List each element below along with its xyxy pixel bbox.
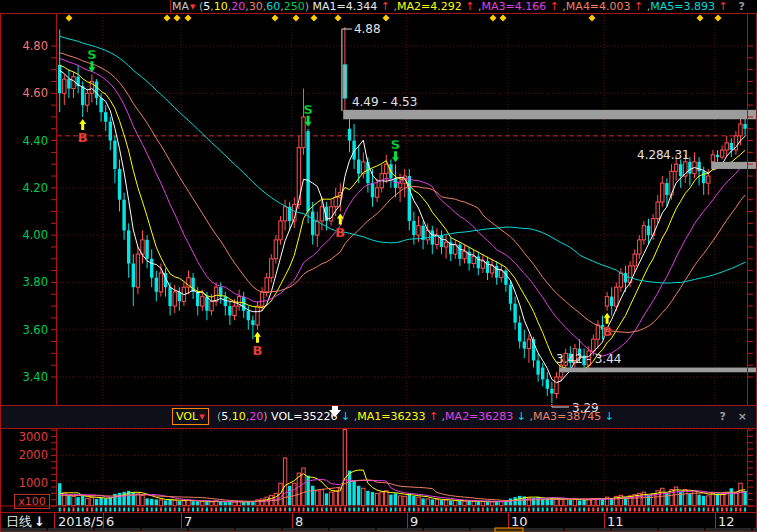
param-number: 20 [231,0,245,13]
month-label: 6 [106,513,114,531]
vol-value: VOL=35226 [271,410,337,423]
period-selector[interactable]: 日线↓ [6,513,45,531]
ma-indicator-label: MA [172,0,189,13]
price-axis-label: 3.60 [2,324,48,336]
ma-value: MA3=38745 [533,410,601,423]
ma-params: (5,10,20,30,60,250) [199,0,309,13]
price-axis-label: 4.40 [2,135,48,147]
price-axis-label: 3.40 [2,371,48,383]
vol-close-icon[interactable]: × [738,410,747,423]
ma-value: MA1=4.344 [313,0,378,13]
month-label: 12 [718,513,735,531]
trend-arrow-icon: ↑ [634,0,643,13]
trend-arrow-icon: ↑ [429,410,438,423]
month-label: 2018/5 [58,513,104,531]
period-arrow-icon: ↓ [34,514,45,529]
ma-value: MA2=36283 [445,410,513,423]
price-axis-label: 4.20 [2,182,48,194]
trend-arrow-icon: ↓ [605,410,614,423]
vol-params: (5,10,20) [217,410,268,423]
ma-value: MA5=3.893 [650,0,715,13]
ma-values: MA1=4.344 ↑ ,MA2=4.292 ↑ ,MA3=4.166 ↑ ,M… [313,0,728,13]
ma-value: MA3=4.166 [481,0,546,13]
month-label: 8 [295,513,303,531]
price-axis-label: 4.00 [2,229,48,241]
trend-arrow-icon: ↑ [381,0,390,13]
volume-axis-label: 1000 [8,477,48,489]
month-label: 9 [410,513,418,531]
dropdown-caret-icon: ▼ [199,413,204,421]
param-number: 10 [214,0,228,13]
trend-arrow-icon: ↓ [517,410,526,423]
main-indicator-bar: MA▼ (5,10,20,30,60,250) MA1=4.344 ↑ ,MA2… [0,0,757,13]
volume-indicator-bar: VOL▼ (5,10,20) VOL=35226 ↓ ,MA1=36233 ↑ … [0,406,757,428]
vol-indicator-dropdown[interactable]: VOL▼ [172,408,209,425]
ma-value: MA2=4.292 [397,0,462,13]
period-label: 日线 [6,514,32,529]
price-axis-label: 4.60 [2,87,48,99]
trend-arrow-icon: ↑ [550,0,559,13]
volume-axis-label: 2000 [8,449,48,461]
volume-axis-label: 3000 [8,431,48,443]
param-number: 10 [232,410,246,423]
timeline-bar: 日线↓ 2018/56789101112 [0,513,757,531]
month-label: 11 [607,513,624,531]
vol-indicator-label: VOL [176,410,198,423]
dropdown-caret-icon: ▼ [190,3,195,11]
ma-indicator-dropdown[interactable]: MA▼ [172,0,195,13]
volume-unit-box: x100 [14,494,50,509]
ma-value: MA1=36233 [357,410,425,423]
ma-value: MA4=4.003 [566,0,631,13]
param-number: 20 [249,410,263,423]
param-number: 30 [249,0,263,13]
trend-arrow-icon: ↑ [719,0,728,13]
price-axis-label: 4.80 [2,40,48,52]
help-icon[interactable]: ? [739,0,745,13]
month-label: 7 [184,513,192,531]
vol-help-icon[interactable]: ? [720,410,726,423]
vol-values: VOL=35226 ↓ ,MA1=36233 ↑ ,MA2=36283 ↓ ,M… [271,410,614,423]
trend-arrow-icon: ↓ [341,410,350,423]
param-number: 60 [266,0,280,13]
param-number: 250 [284,0,305,13]
price-axis-label: 3.80 [2,276,48,288]
stock-chart-window: MA▼ (5,10,20,30,60,250) MA1=4.344 ↑ ,MA2… [0,0,757,532]
month-label: 10 [511,513,528,531]
